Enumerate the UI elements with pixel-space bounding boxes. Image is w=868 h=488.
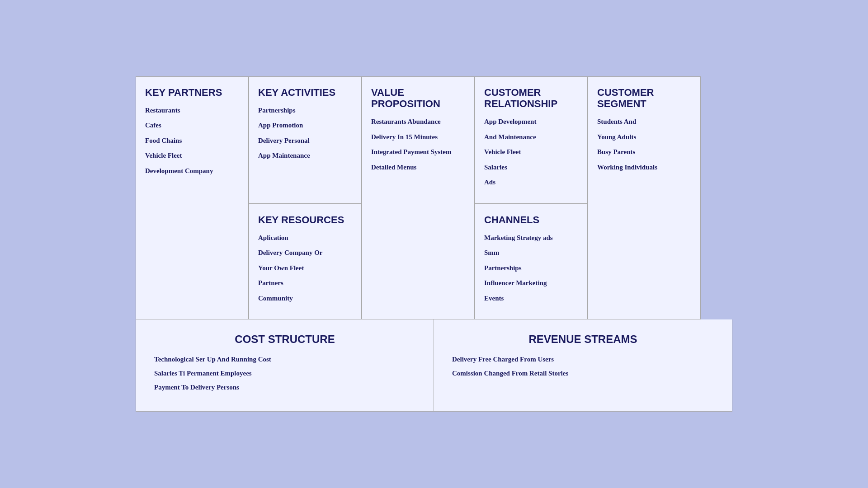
customer-rel-item-2: And Maintenance — [484, 133, 578, 142]
channels-item-5: Events — [484, 294, 578, 303]
customer-seg-item-1: Students And — [597, 117, 691, 127]
key-partners-item-1: Restaurants — [145, 106, 239, 115]
key-partners-item-2: Cafes — [145, 121, 239, 130]
customer-relationship-title: CUSTOMER RELATIONSHIP — [484, 87, 578, 110]
key-activities-title: KEY Activities — [258, 87, 352, 98]
revenue-item-1: Delivery Free Charged From Users — [452, 356, 714, 363]
key-resources-item-1: Aplication — [258, 234, 352, 243]
channels-item-1: Marketing Strategy ads — [484, 234, 578, 243]
key-resources-item-5: Community — [258, 294, 352, 303]
customer-rel-item-4: Salaries — [484, 163, 578, 172]
customer-seg-item-4: Working Individuals — [597, 163, 691, 172]
key-activities-item-4: App Maintenance — [258, 151, 352, 160]
key-resources-item-3: Your Own Fleet — [258, 264, 352, 273]
key-resources-title: KEY RESOURCES — [258, 214, 352, 225]
channels-item-4: Influencer Marketing — [484, 279, 578, 288]
bottom-grid: COST STRUCTURE Technological Ser Up And … — [136, 319, 732, 412]
key-activities-item-3: Delivery Personal — [258, 136, 352, 145]
cost-item-1: Technological Ser Up And Running Cost — [154, 356, 415, 363]
revenue-streams-title: REVENUE STREAMS — [452, 333, 714, 346]
value-prop-item-4: Detailed Menus — [371, 163, 465, 172]
cost-item-3: Payment To Delivery Persons — [154, 384, 415, 391]
cost-structure-title: COST STRUCTURE — [154, 333, 415, 346]
customer-relationship-cell: CUSTOMER RELATIONSHIP App Development An… — [475, 76, 588, 204]
value-prop-item-2: Delivery In 15 Minutes — [371, 133, 465, 142]
cost-item-2: Salaries Ti Permanent Employees — [154, 370, 415, 377]
value-proposition-title: VALUE PROPOSITION — [371, 87, 465, 110]
customer-seg-item-3: Busy Parents — [597, 148, 691, 157]
channels-item-2: Smm — [484, 249, 578, 258]
value-prop-item-1: Restaurants Abundance — [371, 117, 465, 127]
key-activities-cell: KEY Activities Partnerships App Promotio… — [249, 76, 362, 204]
key-activities-item-1: Partnerships — [258, 106, 352, 115]
channels-title: CHANNELS — [484, 214, 578, 225]
business-model-canvas: KEY PARTNERS Restaurants Cafes Food Chai… — [136, 76, 732, 412]
customer-segment-cell: CUSTOMER SEGMENT Students And Young Adul… — [588, 76, 701, 320]
value-proposition-cell: VALUE PROPOSITION Restaurants Abundance … — [362, 76, 475, 320]
key-partners-title: KEY PARTNERS — [145, 87, 239, 98]
value-prop-item-3: Integrated Payment System — [371, 148, 465, 157]
channels-item-3: Partnerships — [484, 264, 578, 273]
key-resources-item-2: Delivery Company Or — [258, 249, 352, 258]
key-activities-item-2: App Promotion — [258, 121, 352, 130]
key-partners-item-5: Development Company — [145, 167, 239, 176]
customer-rel-item-5: Ads — [484, 178, 578, 187]
key-resources-cell: KEY RESOURCES Aplication Delivery Compan… — [249, 204, 362, 320]
customer-seg-item-2: Young Adults — [597, 133, 691, 142]
key-partners-item-3: Food Chains — [145, 136, 239, 145]
revenue-streams-cell: REVENUE STREAMS Delivery Free Charged Fr… — [434, 319, 732, 411]
top-grid: KEY PARTNERS Restaurants Cafes Food Chai… — [136, 76, 732, 320]
key-partners-cell: KEY PARTNERS Restaurants Cafes Food Chai… — [136, 76, 249, 320]
revenue-item-2: Comission Changed From Retail Stories — [452, 370, 714, 377]
customer-segment-title: CUSTOMER SEGMENT — [597, 87, 691, 110]
channels-cell: CHANNELS Marketing Strategy ads Smm Part… — [475, 204, 588, 320]
key-partners-item-4: Vehicle Fleet — [145, 151, 239, 160]
customer-rel-item-1: App Development — [484, 117, 578, 127]
key-resources-item-4: Partners — [258, 279, 352, 288]
customer-rel-item-3: Vehicle Fleet — [484, 148, 578, 157]
cost-structure-cell: COST STRUCTURE Technological Ser Up And … — [136, 319, 434, 411]
